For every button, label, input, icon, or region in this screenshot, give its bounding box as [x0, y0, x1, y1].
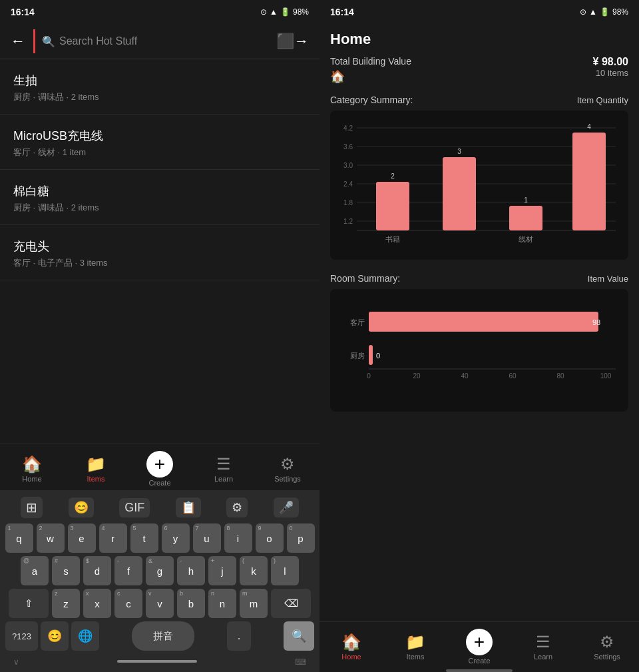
- key-m[interactable]: mm: [240, 589, 268, 618]
- key-q[interactable]: 1q: [5, 523, 33, 553]
- item-title: 棉白糖: [13, 183, 306, 199]
- keyboard-bottom-row: ?123 😊 🌐 拼音 ． 🔍: [3, 621, 317, 653]
- home-indicator-bar-right: [446, 669, 513, 672]
- settings-key[interactable]: ⚙: [226, 498, 248, 517]
- key-o[interactable]: 9o: [256, 523, 284, 553]
- right-nav-label-items: Items: [407, 653, 425, 661]
- key-i[interactable]: 8i: [224, 523, 252, 553]
- right-nav-item-settings[interactable]: ⚙ Settings: [587, 633, 627, 661]
- key-u[interactable]: 7u: [193, 523, 221, 553]
- right-panel: 16:14 ⊙ ▲ 🔋 98% Home Total Building Valu…: [320, 0, 639, 672]
- nav-item-settings[interactable]: ⚙ Settings: [268, 455, 308, 483]
- nav-label-learn: Learn: [214, 475, 233, 483]
- num-key[interactable]: ?123: [5, 621, 38, 651]
- right-nav-item-items[interactable]: 📁 Items: [395, 633, 435, 661]
- search-placeholder: Search Hot Stuff: [59, 35, 137, 47]
- svg-text:100: 100: [600, 372, 612, 380]
- svg-text:20: 20: [413, 372, 421, 380]
- key-p[interactable]: 0p: [287, 523, 315, 553]
- delete-key[interactable]: ⌫: [271, 589, 311, 618]
- key-v[interactable]: vv: [146, 589, 174, 618]
- list-item[interactable]: 充电头 客厅 · 电子产品 · 3 items: [0, 225, 320, 280]
- item-meta: 厨房 · 调味品 · 2 items: [13, 91, 306, 103]
- key-y[interactable]: 6y: [162, 523, 190, 553]
- key-e[interactable]: 3e: [68, 523, 96, 553]
- nav-item-items[interactable]: 📁 Items: [76, 455, 116, 483]
- key-r[interactable]: 4r: [99, 523, 127, 553]
- key-w[interactable]: 2w: [37, 523, 65, 553]
- learn-icon: ☰: [216, 455, 231, 474]
- key-t[interactable]: 5t: [130, 523, 158, 553]
- key-l[interactable]: )l: [271, 556, 299, 585]
- nav-item-create[interactable]: + Create: [140, 451, 180, 487]
- shift-key[interactable]: ⇧: [9, 589, 49, 618]
- list-item[interactable]: 棉白糖 厨房 · 调味品 · 2 items: [0, 170, 320, 225]
- right-nav-item-home[interactable]: 🏠 Home: [331, 633, 371, 661]
- svg-text:2: 2: [391, 172, 395, 180]
- key-s[interactable]: #s: [52, 556, 80, 585]
- clipboard-key[interactable]: 📋: [176, 498, 201, 517]
- lock-icon: ⊙: [260, 7, 267, 17]
- back-button[interactable]: ←: [11, 33, 25, 50]
- right-nav-label-home: Home: [341, 653, 361, 661]
- items-list: 生抽 厨房 · 调味品 · 2 items MicroUSB充电线 客厅 · 线…: [0, 59, 320, 444]
- key-n[interactable]: nn: [208, 589, 236, 618]
- status-icons-right: ⊙ ▲ 🔋 98%: [580, 7, 628, 17]
- left-panel: 16:14 ⊙ ▲ 🔋 98% ← 🔍 Search Hot Stuff ⬛→ …: [0, 0, 320, 672]
- total-left: Total Building Value 🏠: [330, 56, 411, 84]
- battery-icon: 🔋: [280, 7, 290, 17]
- svg-rect-16: [443, 157, 476, 230]
- key-h[interactable]: -h: [177, 556, 205, 585]
- language-key[interactable]: 🌐: [71, 621, 99, 651]
- battery-pct-left: 98%: [293, 7, 309, 17]
- key-f[interactable]: -f: [114, 556, 142, 585]
- wifi-icon: ▲: [270, 7, 278, 17]
- total-price: ¥ 98.00: [593, 56, 628, 68]
- svg-text:3.0: 3.0: [343, 162, 353, 169]
- emoji-face-key[interactable]: 😊: [41, 621, 69, 651]
- keyboard-row-3: ⇧ zz xx cc vv bb nn mm ⌫: [3, 589, 317, 618]
- svg-rect-13: [376, 182, 409, 230]
- gif-key[interactable]: GIF: [119, 498, 150, 517]
- search-input-container[interactable]: 🔍 Search Hot Stuff: [33, 29, 268, 53]
- keyboard: ⊞ 😊 GIF 📋 ⚙ 🎤 1q 2w 3e 4r 5t 6y 7u 8i 9o…: [0, 490, 320, 672]
- nav-item-learn[interactable]: ☰ Learn: [204, 455, 244, 483]
- key-b[interactable]: bb: [177, 589, 205, 618]
- key-j[interactable]: +j: [208, 556, 236, 585]
- key-g[interactable]: &g: [146, 556, 174, 585]
- right-nav-item-learn[interactable]: ☰ Learn: [523, 633, 563, 661]
- right-home-icon: 🏠: [341, 633, 361, 651]
- key-a[interactable]: @a: [21, 556, 49, 585]
- list-item[interactable]: MicroUSB充电线 客厅 · 线材 · 1 item: [0, 115, 320, 170]
- total-building-card: Total Building Value 🏠 ¥ 98.00 10 items: [330, 56, 628, 84]
- right-nav-label-learn: Learn: [534, 653, 552, 661]
- right-create-button[interactable]: +: [466, 629, 493, 655]
- horizontal-bar-chart-svg: 客厅 厨房 98 0 0 20 40 60 80 100: [338, 297, 620, 404]
- list-item[interactable]: 生抽 厨房 · 调味品 · 2 items: [0, 59, 320, 115]
- nav-item-home[interactable]: 🏠 Home: [12, 455, 52, 483]
- key-z[interactable]: zz: [52, 589, 80, 618]
- period-key[interactable]: ．: [227, 621, 251, 651]
- room-chart-subtitle: Item Value: [588, 274, 628, 284]
- mic-key[interactable]: 🎤: [274, 498, 299, 517]
- forward-button[interactable]: ⬛→: [276, 33, 309, 50]
- room-chart-header: Room Summary: Item Value: [330, 273, 628, 284]
- emoji-key[interactable]: 😊: [69, 498, 94, 517]
- category-bar-chart: 4.2 3.6 3.0 2.4 1.8 1.2: [330, 111, 628, 260]
- key-c[interactable]: cc: [114, 589, 142, 618]
- item-title: 生抽: [13, 73, 306, 89]
- keyboard-hide-icon: ⌨: [295, 657, 306, 667]
- create-button[interactable]: +: [146, 451, 173, 478]
- grid-key[interactable]: ⊞: [21, 497, 43, 518]
- search-submit-key[interactable]: 🔍: [284, 621, 314, 651]
- bottom-nav-left: 🏠 Home 📁 Items + Create ☰ Learn ⚙ Settin…: [0, 444, 320, 490]
- category-chart-header: Category Summary: Item Quantity: [330, 95, 628, 105]
- right-nav-item-create[interactable]: + Create: [459, 629, 499, 665]
- home-indicator-bar: [117, 660, 197, 663]
- key-k[interactable]: (k: [240, 556, 268, 585]
- search-icon: 🔍: [42, 35, 55, 48]
- key-x[interactable]: xx: [83, 589, 111, 618]
- key-d[interactable]: $d: [83, 556, 111, 585]
- pinyin-key[interactable]: 拼音: [132, 621, 194, 651]
- category-chart-title: Category Summary:: [330, 95, 413, 105]
